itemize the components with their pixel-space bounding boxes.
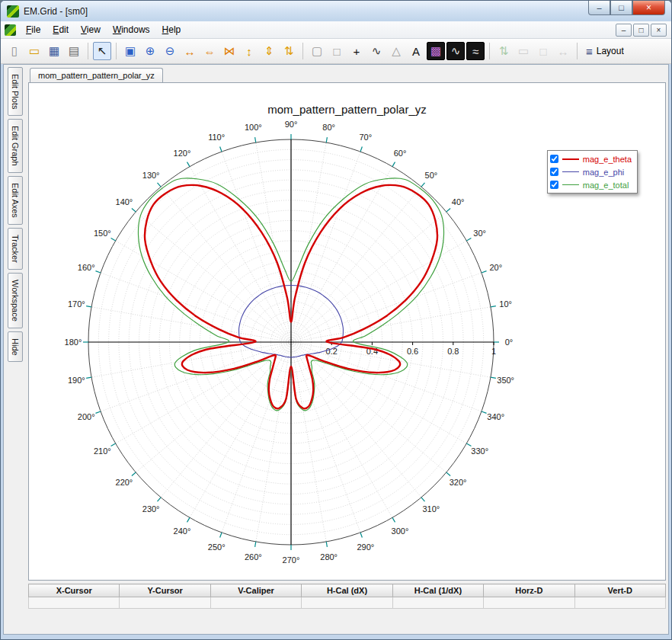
svg-text:30°: 30° (473, 229, 486, 238)
svg-text:0.2: 0.2 (326, 347, 338, 356)
mdi-restore-button[interactable]: □ (633, 24, 649, 37)
waveform-2-button[interactable]: ≈ (466, 42, 485, 60)
sidebar-item-edit-axes[interactable]: Edit Axes (8, 176, 23, 225)
select-cursor-button[interactable]: ↖ (93, 42, 111, 60)
waveform-1-button[interactable]: ∿ (446, 42, 465, 60)
status-cell (210, 597, 301, 609)
minimize-button[interactable]: – (588, 1, 610, 15)
legend-checkbox-mag_e_theta[interactable] (550, 155, 558, 163)
open-file-button[interactable]: ▭ (25, 42, 43, 60)
plot-area: mom_pattern_pattern_polar_yz 0°10°20°30°… (28, 82, 666, 581)
menu-item-edit[interactable]: Edit (46, 22, 75, 37)
svg-text:80°: 80° (322, 123, 335, 132)
sidebar-item-edit-plots[interactable]: Edit Plots (8, 67, 23, 116)
menu-bar: FileEditViewWindowsHelp –□× (1, 21, 671, 39)
colormap-button[interactable]: ▩ (427, 42, 445, 60)
close-button[interactable]: × (632, 1, 665, 15)
window-frame: Edit PlotsEdit GraphEdit AxesTrackerWork… (1, 64, 671, 639)
stack-vertical-button[interactable]: ⇅ (280, 42, 298, 60)
legend-entry-mag_e_theta: mag_e_theta (550, 152, 632, 165)
svg-text:90°: 90° (285, 120, 298, 129)
legend-checkbox-mag_e_phi[interactable] (550, 168, 558, 176)
menu-item-windows[interactable]: Windows (107, 22, 156, 37)
rounded-region-button[interactable]: ▢ (308, 42, 326, 60)
pan-up-down-button[interactable]: ⇕ (260, 42, 278, 60)
svg-text:150°: 150° (94, 229, 111, 238)
legend-label: mag_e_total (583, 181, 629, 190)
mdi-minimize-button[interactable]: – (616, 24, 632, 37)
tab-mom-pattern-pattern-polar-yz[interactable]: mom_pattern_pattern_polar_yz (30, 68, 163, 83)
toolbar-separator (302, 43, 303, 59)
fit-height-button[interactable]: ↕ (240, 42, 258, 60)
maximize-button[interactable]: □ (610, 1, 632, 15)
sidebar-item-workspace[interactable]: Workspace (8, 273, 23, 328)
svg-text:130°: 130° (142, 171, 160, 180)
svg-text:60°: 60° (394, 149, 407, 158)
menu-item-file[interactable]: File (20, 22, 46, 37)
menu-item-view[interactable]: View (75, 22, 107, 37)
svg-text:20°: 20° (489, 263, 502, 272)
svg-text:220°: 220° (116, 478, 133, 487)
svg-text:260°: 260° (245, 552, 262, 562)
sidebar-item-edit-graph[interactable]: Edit Graph (8, 119, 23, 173)
crosshair-button[interactable]: + (347, 42, 366, 60)
svg-text:210°: 210° (94, 446, 111, 456)
svg-text:120°: 120° (174, 149, 191, 158)
cursor-readout-table: X-CursorY-CursorV-CaliperH-Cal (dX)H-Cal… (28, 584, 666, 609)
rect-region-button[interactable]: □ (328, 42, 346, 60)
status-cell (29, 597, 120, 609)
sidebar-item-tracker[interactable]: Tracker (8, 228, 23, 270)
status-cell (392, 597, 483, 609)
trace-marker-button[interactable]: ∿ (367, 42, 386, 60)
legend-line-sample (562, 158, 579, 160)
legend-line-sample (562, 184, 579, 185)
app-icon (7, 5, 19, 18)
mdi-window-controls: –□× (616, 24, 669, 37)
status-col-header: Y-Cursor (120, 584, 210, 597)
status-col-header: H-Cal (dX) (302, 584, 392, 597)
pan-left-right-button[interactable]: ⇔ (200, 42, 219, 60)
svg-text:180°: 180° (65, 338, 82, 347)
print-button[interactable]: ▤ (65, 42, 83, 60)
zoom-region-button[interactable]: ▣ (121, 42, 139, 60)
zoom-out-button[interactable]: ⊖ (161, 42, 179, 60)
layout-button[interactable]: ≡Layout (586, 45, 624, 58)
sidebar-item-hide[interactable]: Hide (8, 331, 23, 363)
frame-1-button: ▭ (514, 42, 533, 60)
triangle-marker-button[interactable]: △ (387, 42, 405, 60)
mdi-close-button[interactable]: × (651, 24, 667, 37)
frame-2-button: □ (534, 42, 552, 60)
plot-title: mom_pattern_pattern_polar_yz (29, 103, 665, 116)
status-col-header: X-Cursor (29, 584, 120, 597)
svg-text:0°: 0° (505, 338, 514, 347)
window-title: EM.Grid - [sm0] (24, 6, 88, 17)
status-cell (120, 597, 210, 609)
menu-item-help[interactable]: Help (156, 22, 187, 37)
svg-text:290°: 290° (357, 542, 374, 552)
svg-text:310°: 310° (422, 504, 440, 514)
svg-text:10°: 10° (499, 299, 512, 309)
svg-text:350°: 350° (497, 376, 514, 385)
text-label-button[interactable]: A (407, 42, 425, 60)
save-button[interactable]: ▦ (45, 42, 63, 60)
collapse-horizontal-button[interactable]: ⋈ (220, 42, 238, 60)
status-col-header: V-Caliper (210, 584, 301, 597)
status-col-header: H-Cal (1/dX) (392, 584, 483, 597)
status-col-header: Vert-D (574, 584, 665, 597)
legend-checkbox-mag_e_total[interactable] (550, 181, 558, 189)
svg-text:230°: 230° (142, 504, 160, 514)
scale-vertical-button: ⇅ (494, 42, 513, 60)
legend-line-sample (562, 171, 579, 172)
zoom-in-button[interactable]: ⊕ (141, 42, 159, 60)
new-file-button[interactable]: ▯ (5, 42, 24, 60)
status-cell (574, 597, 665, 609)
svg-text:200°: 200° (78, 412, 95, 421)
plot-column: mom_pattern_pattern_polar_yz mom_pattern… (26, 65, 668, 634)
svg-text:270°: 270° (283, 555, 300, 565)
legend-entry-mag_e_phi: mag_e_phi (550, 165, 632, 178)
svg-text:160°: 160° (78, 263, 95, 272)
title-bar[interactable]: EM.Grid - [sm0] –□× (1, 1, 671, 21)
side-tab-bar: Edit PlotsEdit GraphEdit AxesTrackerWork… (4, 65, 26, 634)
fit-width-button[interactable]: ↔ (181, 42, 199, 60)
content-area: Edit PlotsEdit GraphEdit AxesTrackerWork… (3, 64, 669, 635)
